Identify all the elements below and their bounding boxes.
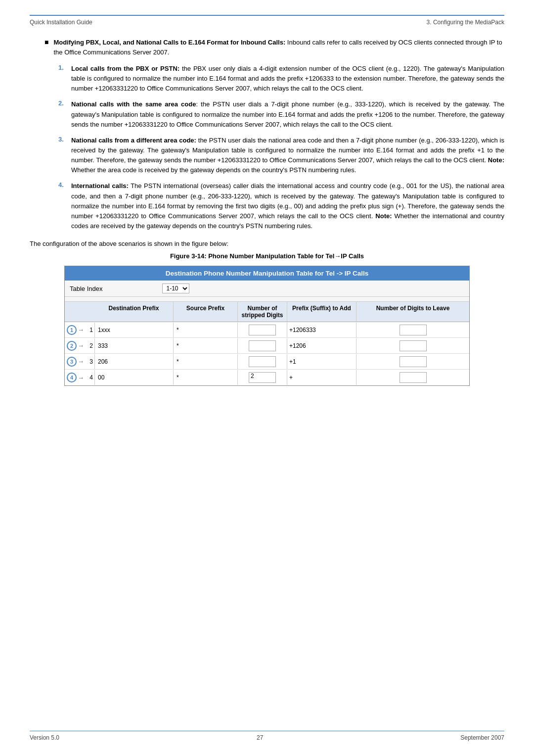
col-header-dest: Destination Prefix [94,302,174,322]
cell-source: * [174,338,238,353]
figure-title: Figure 3-14: Phone Number Manipulation T… [30,252,504,260]
cell-source: * [174,323,238,337]
col-header-src: Source Prefix [174,302,238,322]
circle-number: 2 [67,341,77,351]
item-number: 2. [58,99,67,107]
cell-digits-leave [356,354,469,369]
row-indicator: 4 → 4 [65,373,94,382]
cell-digits-leave [356,323,469,337]
digits-leave-input[interactable] [400,372,427,383]
cell-stripped [238,323,287,337]
table-index-row: Table Index 1-10 [65,281,469,297]
footer-page: 27 [257,734,263,741]
cell-destination: 333 [94,338,174,353]
cell-destination: 206 [94,354,174,369]
header-left: Quick Installation Guide [30,19,92,26]
list-item: 2. National calls with the same area cod… [58,99,504,129]
arrow-icon: → [78,342,84,349]
stripped-input[interactable]: 2 [249,372,276,383]
cell-destination: 00 [94,370,174,385]
table-row: 1 → 1 1xxx * +1206333 [65,322,469,338]
stripped-input[interactable] [249,340,276,351]
bullet-icon: ■ [44,38,48,46]
item-number: 1. [58,64,67,71]
cell-prefix: +1206 [287,338,356,353]
cell-stripped: 2 [238,370,287,385]
cell-prefix: + [287,370,356,385]
stripped-input[interactable] [249,356,276,367]
cell-stripped [238,354,287,369]
item-note: Whether the area code is received by the… [71,166,356,174]
item-text: National calls with the same area code: … [71,99,504,129]
footer-version: Version 5.0 [30,734,59,741]
row-index: 1 [85,327,95,333]
digits-leave-input[interactable] [400,340,427,351]
item-text: Local calls from the PBX or PSTN: the PB… [71,64,504,94]
row-index: 2 [85,342,95,349]
footer-date: September 2007 [460,734,504,741]
cell-prefix: +1 [287,354,356,369]
table-row: 3 → 3 206 * +1 [65,354,469,370]
item-bold: National calls from a different area cod… [71,137,196,144]
stripped-input[interactable] [249,325,276,335]
arrow-icon: → [78,358,84,365]
page-footer: Version 5.0 27 September 2007 [30,731,504,741]
arrow-icon: → [78,326,84,333]
cell-prefix: +1206333 [287,323,356,337]
item-bold: Local calls from the PBX or PSTN: [71,65,179,72]
row-index: 4 [85,374,95,381]
item-text: International calls: The PSTN internatio… [71,181,504,231]
numbered-list: 1. Local calls from the PBX or PSTN: the… [58,64,504,231]
table-row: 4 → 4 00 * 2 + [65,370,469,385]
list-item: 1. Local calls from the PBX or PSTN: the… [58,64,504,94]
table-title: Destination Phone Number Manipulation Ta… [65,266,469,281]
col-header-stripped: Number of stripped Digits [238,302,287,322]
page-header: Quick Installation Guide 3. Configuring … [30,15,504,26]
table-index-select[interactable]: 1-10 [162,284,189,293]
circle-number: 1 [67,325,77,335]
header-right: 3. Configuring the MediaPack [427,19,504,26]
item-text: National calls from a different area cod… [71,136,504,176]
table-index-label: Table Index [70,285,103,292]
list-item: 4. International calls: The PSTN interna… [58,181,504,231]
figure-caption-area: The configuration of the above scenarios… [30,240,504,260]
digits-leave-input[interactable] [400,356,427,367]
spacer [65,302,94,322]
item-number: 3. [58,136,67,143]
item-bold: National calls with the same area code [71,100,196,108]
row-indicator: 3 → 3 [65,357,94,367]
figure-intro: The configuration of the above scenarios… [30,240,504,247]
row-indicator: 1 → 1 [65,325,94,335]
arrow-icon: → [78,374,84,381]
column-headers: Destination Prefix Source Prefix Number … [65,302,469,322]
cell-source: * [174,354,238,369]
circle-number: 3 [67,357,77,367]
digits-leave-input[interactable] [400,325,427,335]
page: Quick Installation Guide 3. Configuring … [0,0,534,756]
circle-number: 4 [67,373,77,382]
cell-stripped [238,338,287,353]
cell-digits-leave [356,338,469,353]
main-bullet-text: Modifying PBX, Local, and National Calls… [53,38,504,57]
col-header-digits-leave: Number of Digits to Leave [356,302,469,322]
row-index: 3 [85,358,95,365]
item-number: 4. [58,181,67,189]
bullet-section: ■ Modifying PBX, Local, and National Cal… [44,38,504,231]
main-bullet: ■ Modifying PBX, Local, and National Cal… [44,38,504,57]
manipulation-table: Destination Phone Number Manipulation Ta… [64,266,470,386]
table-row: 2 → 2 333 * +1206 [65,338,469,354]
col-header-prefix: Prefix (Suffix) to Add [287,302,356,322]
cell-destination: 1xxx [94,323,174,337]
item-bold: International calls: [71,182,129,189]
cell-source: * [174,370,238,385]
item-note-bold: Note: [488,156,504,164]
main-bullet-bold: Modifying PBX, Local, and National Calls… [53,39,285,46]
row-indicator: 2 → 2 [65,341,94,351]
cell-digits-leave [356,370,469,385]
list-item: 3. National calls from a different area … [58,136,504,176]
item-note-bold: Note: [375,212,392,220]
